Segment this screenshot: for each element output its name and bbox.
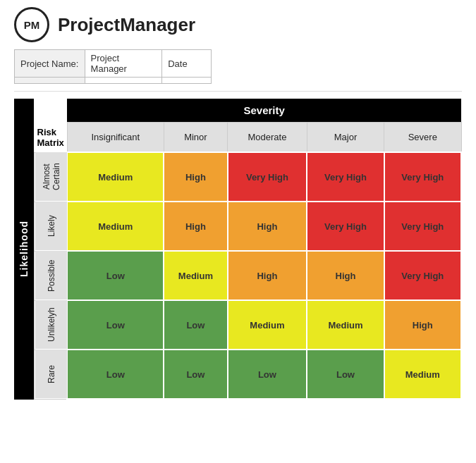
cell-ac-major: Very High [307,152,384,202]
row-label-likely: Likely [35,202,68,251]
cell-r-major: Low [307,350,384,399]
matrix-outer: Likelihood Severity Risk Matrix Insignif… [14,99,462,400]
table-row: Likely Medium High High Very High Very H… [35,202,462,251]
cell-ac-moderate: Very High [228,152,307,202]
col-header-major: Major [307,123,384,153]
cell-p-insignificant: Low [67,251,164,300]
col-header-minor: Minor [164,123,227,153]
cell-l-minor: High [164,202,227,251]
logo-icon: PM [14,7,49,42]
project-manager-value[interactable] [85,78,162,84]
cell-p-severe: Very High [384,251,461,300]
cell-ac-insignificant: Medium [67,152,164,202]
cell-r-severe: Medium [384,350,461,399]
cell-r-insignificant: Low [67,350,164,399]
cell-u-major: Medium [307,300,384,350]
divider [14,91,462,92]
cell-l-moderate: High [228,202,307,251]
cell-u-minor: Low [164,300,227,350]
app-title: ProjectManager [58,14,195,36]
cell-r-moderate: Low [228,350,307,399]
project-name-value[interactable] [15,78,85,84]
project-name-label: Project Name: [15,50,85,78]
col-header-moderate: Moderate [228,123,307,153]
table-row: Rare Low Low Low Low Medium [35,350,462,399]
cell-l-major: Very High [307,202,384,251]
col-header-insignificant: Insignificant [67,123,164,153]
cell-p-major: High [307,251,384,300]
cell-u-moderate: Medium [228,300,307,350]
table-row: Almost Certain Medium High Very High Ver… [35,152,462,202]
row-label-rare: Rare [35,350,68,399]
severity-header-row: Severity [35,99,462,123]
matrix-inner: Severity Risk Matrix Insignificant Minor… [34,99,462,400]
project-info-table: Project Name: Project Manager Date [14,49,212,84]
risk-matrix-corner-label: Risk Matrix [35,123,68,153]
cell-p-minor: Medium [164,251,227,300]
cell-u-severe: High [384,300,461,350]
cell-l-insignificant: Medium [67,202,164,251]
date-label: Date [162,50,212,78]
table-row: Possible Low Medium High High Very High [35,251,462,300]
col-header-severe: Severe [384,123,461,153]
matrix-section: Likelihood Severity Risk Matrix Insignif… [14,99,462,400]
project-manager-label: Project Manager [85,50,162,78]
table-row: Unlikelyh Low Low Medium Medium High [35,300,462,350]
date-value[interactable] [162,78,212,84]
row-label-almost-certain: Almost Certain [35,152,68,202]
likelihood-label: Likelihood [14,99,34,400]
cell-r-minor: Low [164,350,227,399]
app-header: PM ProjectManager [0,0,476,49]
row-label-possible: Possible [35,251,68,300]
col-header-row: Risk Matrix Insignificant Minor Moderate… [35,123,462,153]
corner-cell [35,99,68,123]
cell-l-severe: Very High [384,202,461,251]
cell-ac-severe: Very High [384,152,461,202]
risk-matrix-table: Severity Risk Matrix Insignificant Minor… [34,99,462,400]
row-label-unlikely: Unlikelyh [35,300,68,350]
severity-header: Severity [67,99,461,123]
cell-u-insignificant: Low [67,300,164,350]
cell-p-moderate: High [228,251,307,300]
cell-ac-minor: High [164,152,227,202]
